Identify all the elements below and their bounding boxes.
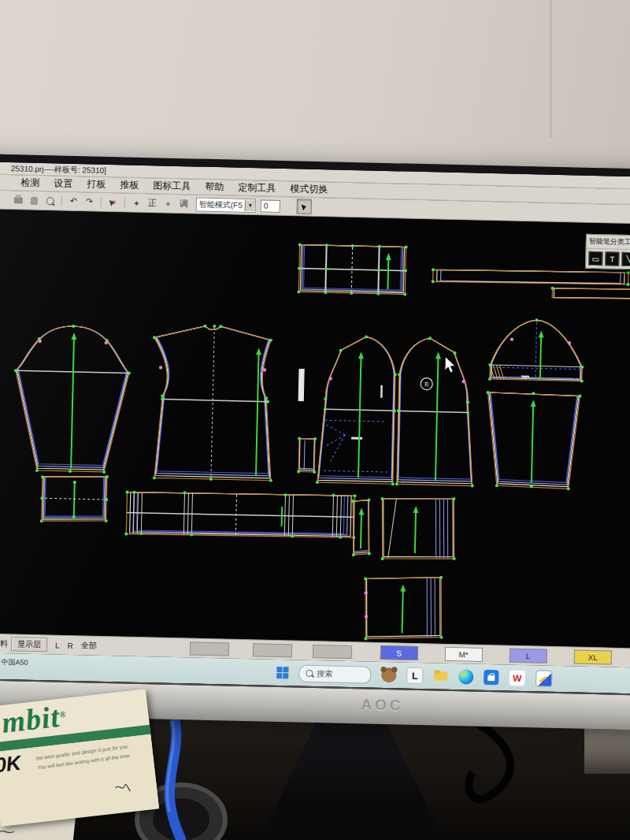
bear-app-icon[interactable] bbox=[381, 667, 396, 682]
cad-app-icon[interactable] bbox=[536, 670, 552, 686]
size-chips: SM*LXL bbox=[380, 645, 612, 665]
piece-mini-panel[interactable] bbox=[297, 437, 317, 474]
left-toggle[interactable]: L bbox=[55, 641, 60, 649]
menu-item-5[interactable]: 图标工具 bbox=[146, 179, 198, 193]
piece-narrow-strip[interactable] bbox=[350, 498, 372, 557]
toolbar-separator bbox=[61, 196, 62, 206]
mode-select-value: 智能模式(F5 bbox=[199, 199, 243, 210]
menu-item-3[interactable]: 打板 bbox=[80, 177, 113, 191]
redo-icon[interactable]: ↷ bbox=[83, 195, 96, 208]
menu-item-1[interactable]: 检测 bbox=[13, 176, 46, 190]
wall-seam bbox=[550, 0, 552, 138]
piece-sleeve-left[interactable] bbox=[12, 323, 132, 474]
piece-strip-top[interactable] bbox=[432, 266, 630, 288]
toolbar-separator bbox=[101, 197, 102, 207]
print-icon[interactable] bbox=[12, 193, 25, 206]
edge-browser-icon[interactable] bbox=[458, 669, 473, 684]
move-icon[interactable]: + bbox=[130, 196, 143, 210]
menu-item-4[interactable]: 推板 bbox=[113, 178, 146, 192]
piece-back-bodice[interactable] bbox=[150, 323, 276, 481]
smart-pen-tool-1[interactable]: ▭ bbox=[588, 251, 602, 266]
mouse-cursor bbox=[445, 357, 454, 373]
size-chip-XL[interactable]: XL bbox=[573, 650, 611, 665]
smart-pen-panel: 智能笔分类工具 ▭T╲◪ bbox=[585, 234, 630, 271]
piece-collar-band[interactable] bbox=[297, 243, 407, 295]
status-blank-button[interactable] bbox=[253, 643, 292, 657]
size-chip-L[interactable]: L bbox=[510, 649, 547, 663]
l-app-icon[interactable]: L bbox=[406, 667, 423, 684]
right-toggle[interactable]: R bbox=[68, 641, 73, 649]
piece-strip-top-2[interactable] bbox=[550, 286, 630, 300]
file-explorer-icon[interactable] bbox=[433, 668, 448, 683]
search-icon bbox=[306, 670, 313, 677]
undo-icon[interactable]: ↶ bbox=[67, 195, 80, 208]
status-blank-button[interactable] bbox=[313, 644, 352, 658]
size-chip-S[interactable]: S bbox=[380, 645, 418, 660]
size-chip-M*[interactable]: M* bbox=[445, 647, 483, 662]
taskbar-search[interactable]: 搜索 bbox=[298, 664, 371, 683]
tool-badge: B bbox=[421, 378, 432, 390]
status-blank-button[interactable] bbox=[190, 641, 229, 656]
chevron-down-icon[interactable]: ▼ bbox=[245, 199, 255, 210]
box-ok-text: 0K bbox=[0, 751, 22, 779]
piece-long-band[interactable] bbox=[124, 489, 356, 541]
monitor: 25310.prj----样板号: 25310] 检测设置打板推板图标工具帮助定… bbox=[0, 154, 630, 730]
smart-pen-tool-3[interactable]: ╲ bbox=[621, 252, 630, 266]
material-label: 料 bbox=[0, 638, 8, 649]
search-placeholder: 搜索 bbox=[317, 668, 332, 679]
pan-hand-icon[interactable] bbox=[28, 194, 41, 207]
windows-start-icon[interactable] bbox=[276, 667, 288, 678]
window-title: 25310.prj----样板号: 25310] bbox=[11, 163, 106, 177]
menu-item-2[interactable]: 设置 bbox=[46, 177, 80, 191]
menu-item-7[interactable]: 定制工具 bbox=[231, 180, 283, 195]
monitor-brand-logo: AOC bbox=[361, 696, 404, 714]
screen: 25310.prj----样板号: 25310] 检测设置打板推板图标工具帮助定… bbox=[0, 162, 630, 694]
box-brand-text: mbit bbox=[0, 700, 61, 739]
wps-icon[interactable]: W bbox=[509, 670, 525, 686]
box-registered-mark: ® bbox=[59, 709, 68, 719]
stationery-box: mbit® 0K the best quality and design is … bbox=[0, 689, 159, 826]
microsoft-store-icon[interactable] bbox=[484, 670, 498, 685]
piece-side-panel[interactable] bbox=[380, 496, 458, 562]
piece-pocket-square[interactable] bbox=[362, 574, 444, 641]
pattern-canvas[interactable]: B 智能笔分类工具 ▭T╲◪ bbox=[0, 209, 630, 649]
piece-small-bar[interactable] bbox=[298, 370, 304, 401]
piece-sleeve-lower-right[interactable] bbox=[484, 391, 582, 491]
smart-pen-tool-button[interactable] bbox=[297, 199, 312, 214]
piece-front-bodice-left[interactable] bbox=[316, 334, 398, 485]
piece-sleeve-cap-right[interactable] bbox=[488, 318, 585, 383]
piece-front-bodice-right[interactable] bbox=[395, 336, 477, 487]
all-toggle[interactable]: 全部 bbox=[81, 640, 97, 651]
menu-item-8[interactable]: 模式切换 bbox=[283, 182, 335, 196]
menu-item-6[interactable]: 帮助 bbox=[198, 180, 231, 195]
stock-widget[interactable]: 中国A50 bbox=[1, 657, 28, 668]
grade-icon[interactable]: 正 bbox=[146, 196, 159, 210]
svg-text:B: B bbox=[424, 381, 429, 388]
pattern-canvas-svg: B bbox=[0, 209, 630, 649]
zoom-icon[interactable] bbox=[43, 194, 57, 207]
mode-select[interactable]: 智能模式(F5 ▼ bbox=[196, 197, 256, 213]
layer-button[interactable]: 显示层 bbox=[11, 637, 47, 652]
piece-cuff[interactable] bbox=[40, 474, 109, 524]
smart-pen-tool-2[interactable]: T bbox=[605, 251, 619, 266]
photo-of-monitor: { "window": { "title": "25310.prj----样板号… bbox=[0, 0, 630, 840]
plus-icon[interactable]: + bbox=[161, 196, 175, 210]
smart-pen-panel-buttons: ▭T╲◪ bbox=[586, 249, 630, 270]
delete-cursor-icon[interactable]: x bbox=[106, 195, 120, 209]
value-field[interactable]: 0 bbox=[261, 199, 280, 213]
toolbar-separator bbox=[124, 197, 125, 207]
adjust-icon[interactable]: 调 bbox=[177, 197, 191, 210]
